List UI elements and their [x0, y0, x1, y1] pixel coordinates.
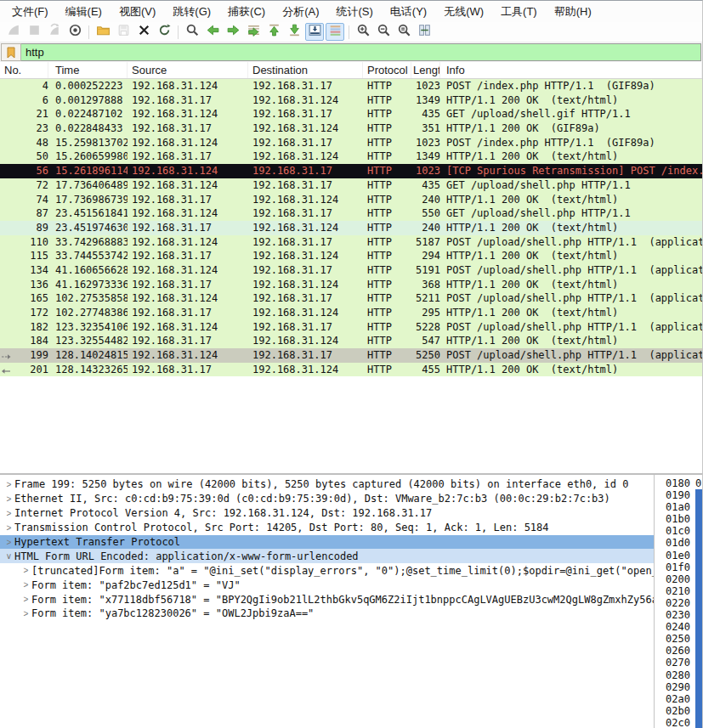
- packet-row-115[interactable]: 11533.744553742192.168.31.17192.168.31.1…: [0, 249, 702, 263]
- close-file-button[interactable]: [134, 23, 153, 41]
- packet-row-165[interactable]: 165102.275358582192.168.31.124192.168.31…: [0, 291, 702, 306]
- hex-line-01d0[interactable]: 01d0: [655, 537, 703, 549]
- hex-line-0270[interactable]: 0270: [655, 657, 703, 669]
- collapse-expander-icon[interactable]: ∨: [3, 551, 14, 561]
- detail-row-0[interactable]: >Frame 199: 5250 bytes on wire (42000 bi…: [0, 477, 654, 492]
- expand-expander-icon[interactable]: >: [3, 494, 14, 504]
- packet-row-23[interactable]: 230.022848433192.168.31.17192.168.31.124…: [0, 121, 702, 136]
- capture-options-button[interactable]: [65, 23, 84, 41]
- find-packet-button[interactable]: [183, 23, 201, 41]
- hex-line-01e0[interactable]: 01e0: [655, 550, 703, 562]
- packet-row-199[interactable]: 199128.140248157192.168.31.124192.168.31…: [0, 348, 702, 363]
- column-header-protocol[interactable]: Protocol: [363, 62, 411, 78]
- hex-line-0240[interactable]: 0240: [655, 621, 703, 633]
- expand-expander-icon[interactable]: >: [20, 580, 31, 590]
- menu-item-10[interactable]: 帮助(H): [546, 2, 600, 22]
- packet-row-48[interactable]: 4815.259813702192.168.31.124192.168.31.1…: [0, 136, 702, 150]
- menu-item-0[interactable]: 文件(F): [3, 2, 57, 22]
- hex-line-01a0[interactable]: 01a0: [655, 501, 703, 513]
- column-header-time[interactable]: Time: [48, 62, 128, 78]
- hex-line-0290[interactable]: 0290: [655, 681, 703, 693]
- detail-row-8[interactable]: >Form item: "x77118dbf56718" = "BPY2QgIi…: [0, 592, 654, 607]
- hex-line-01b0[interactable]: 01b0: [655, 513, 703, 525]
- hex-line-0190[interactable]: 0190: [655, 489, 703, 501]
- menu-item-3[interactable]: 跳转(G): [164, 2, 219, 22]
- packet-row-56[interactable]: 5615.261896114192.168.31.124192.168.31.1…: [0, 164, 702, 178]
- menu-item-4[interactable]: 捕获(C): [219, 2, 274, 22]
- packet-row-182[interactable]: 182123.323541065192.168.31.124192.168.31…: [0, 320, 702, 335]
- save-file-button[interactable]: [114, 23, 133, 41]
- menu-item-6[interactable]: 统计(S): [327, 2, 381, 22]
- detail-row-5[interactable]: ∨HTML Form URL Encoded: application/x-ww…: [0, 549, 654, 563]
- packet-row-72[interactable]: 7217.736406489192.168.31.124192.168.31.1…: [0, 178, 702, 193]
- detail-row-2[interactable]: >Internet Protocol Version 4, Src: 192.1…: [0, 506, 654, 521]
- expand-expander-icon[interactable]: >: [3, 523, 14, 533]
- detail-row-9[interactable]: >Form item: "ya7bc128230026" = "OWL2Jpbi…: [0, 607, 654, 621]
- packet-row-136[interactable]: 13641.162973336192.168.31.17192.168.31.1…: [0, 278, 702, 292]
- detail-row-1[interactable]: >Ethernet II, Src: c0:cd:b9:75:39:0d (c0…: [0, 492, 654, 506]
- zoom-reset-button[interactable]: [394, 23, 413, 41]
- packet-row-87[interactable]: 8723.451561841192.168.31.124192.168.31.1…: [0, 206, 702, 221]
- detail-row-6[interactable]: >[truncated]Form item: "a" = "@ini_set("…: [0, 563, 654, 578]
- expand-expander-icon[interactable]: >: [3, 538, 14, 547]
- go-to-packet-button[interactable]: [244, 23, 263, 41]
- stop-capture-button[interactable]: [25, 23, 43, 41]
- menu-item-2[interactable]: 视图(V): [111, 2, 164, 22]
- filter-bookmark-button[interactable]: [1, 43, 21, 61]
- colorize-button[interactable]: [326, 23, 344, 41]
- packet-row-110[interactable]: 11033.742968883192.168.31.124192.168.31.…: [0, 235, 702, 250]
- packet-row-172[interactable]: 172102.277483868192.168.31.17192.168.31.…: [0, 306, 702, 320]
- packet-row-201[interactable]: 201128.143232650192.168.31.17192.168.31.…: [0, 363, 702, 377]
- packet-row-89[interactable]: 8923.451974630192.168.31.17192.168.31.12…: [0, 221, 702, 235]
- packet-row-184[interactable]: 184123.325544822192.168.31.17192.168.31.…: [0, 334, 702, 348]
- zoom-out-button[interactable]: [374, 23, 393, 41]
- auto-scroll-button[interactable]: [305, 23, 324, 41]
- detail-row-7[interactable]: >Form item: "paf2bc7ed125d1" = "VJ": [0, 578, 654, 592]
- reload-file-button[interactable]: [155, 23, 173, 41]
- column-header-no[interactable]: No.: [0, 62, 48, 78]
- detail-row-3[interactable]: >Transmission Control Protocol, Src Port…: [0, 521, 654, 535]
- go-to-top-button[interactable]: [264, 23, 283, 41]
- resize-columns-button[interactable]: [415, 23, 434, 41]
- expand-expander-icon[interactable]: >: [3, 509, 14, 518]
- packet-row-21[interactable]: 210.022487102192.168.31.124192.168.31.17…: [0, 107, 702, 121]
- hex-line-0210[interactable]: 0210: [655, 585, 703, 597]
- go-forward-button[interactable]: [224, 23, 242, 41]
- go-to-bottom-button[interactable]: [285, 23, 303, 41]
- menu-item-5[interactable]: 分析(A): [274, 2, 327, 22]
- packet-row-74[interactable]: 7417.736986739192.168.31.17192.168.31.12…: [0, 193, 702, 207]
- hex-line-0260[interactable]: 0260: [655, 645, 703, 657]
- hex-line-0280[interactable]: 0280: [655, 669, 703, 681]
- hex-line-02c0[interactable]: 02c0: [655, 717, 703, 728]
- restart-capture-button[interactable]: [45, 23, 64, 41]
- hex-line-01c0[interactable]: 01c0: [655, 525, 703, 537]
- column-header-info[interactable]: Info: [440, 62, 702, 78]
- menu-item-9[interactable]: 工具(T): [492, 2, 546, 22]
- expand-expander-icon[interactable]: >: [20, 566, 31, 575]
- expand-expander-icon[interactable]: >: [20, 609, 31, 618]
- column-header-source[interactable]: Source: [128, 62, 248, 78]
- menu-item-1[interactable]: 编辑(E): [57, 2, 111, 22]
- expand-expander-icon[interactable]: >: [20, 595, 31, 604]
- open-file-button[interactable]: [94, 23, 112, 41]
- column-header-lengtl[interactable]: Lengtl: [411, 62, 440, 78]
- start-capture-button[interactable]: [4, 23, 23, 41]
- packet-row-134[interactable]: 13441.160656628192.168.31.124192.168.31.…: [0, 263, 702, 278]
- hex-line-0200[interactable]: 0200: [655, 573, 703, 585]
- detail-row-4[interactable]: >Hypertext Transfer Protocol: [0, 535, 654, 550]
- packet-row-50[interactable]: 5015.260659980192.168.31.17192.168.31.12…: [0, 150, 702, 164]
- hex-line-0220[interactable]: 0220: [655, 597, 703, 609]
- packet-row-6[interactable]: 60.001297888192.168.31.17192.168.31.124H…: [0, 93, 702, 108]
- display-filter-input[interactable]: [21, 43, 701, 61]
- menu-item-7[interactable]: 电话(Y): [382, 2, 435, 22]
- column-header-destination[interactable]: Destination: [248, 62, 363, 78]
- hex-line-0230[interactable]: 0230: [655, 609, 703, 621]
- hex-line-01f0[interactable]: 01f0: [655, 562, 703, 573]
- expand-expander-icon[interactable]: >: [3, 480, 14, 489]
- zoom-in-button[interactable]: [354, 23, 372, 41]
- hex-line-02b0[interactable]: 02b0: [655, 705, 703, 717]
- go-back-button[interactable]: [203, 23, 222, 41]
- menu-item-8[interactable]: 无线(W): [435, 2, 492, 22]
- hex-line-0250[interactable]: 0250: [655, 633, 703, 645]
- packet-row-4[interactable]: 40.000252223192.168.31.124192.168.31.17H…: [0, 79, 702, 93]
